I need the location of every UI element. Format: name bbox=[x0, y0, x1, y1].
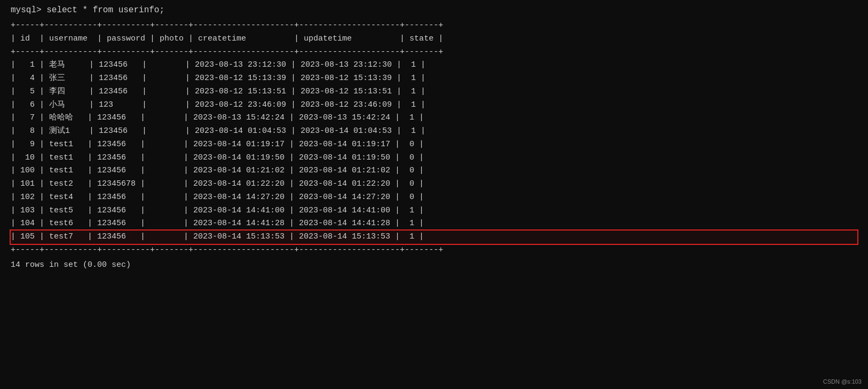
table-row: | 10 | test1 | 123456 | | 2023-08-14 01:… bbox=[11, 152, 857, 165]
sql-command: mysql> select * from userinfo; bbox=[11, 5, 857, 15]
table-row: | 8 | 测试1 | 123456 | | 2023-08-14 01:04:… bbox=[11, 125, 857, 138]
top-divider: +-----+-----------+----------+-------+--… bbox=[11, 19, 857, 33]
table-row: | 6 | 小马 | 123 | | 2023-08-12 23:46:09 |… bbox=[11, 99, 857, 112]
mid-divider: +-----+-----------+----------+-------+--… bbox=[11, 46, 857, 59]
query-result-table: +-----+-----------+----------+-------+--… bbox=[11, 19, 857, 257]
table-row: | 104 | test6 | 123456 | | 2023-08-14 14… bbox=[11, 217, 857, 231]
table-body: | 1 | 老马 | 123456 | | 2023-08-13 23:12:3… bbox=[11, 59, 857, 244]
table-row: | 9 | test1 | 123456 | | 2023-08-14 01:1… bbox=[11, 138, 857, 152]
table-row: | 7 | 哈哈哈 | 123456 | | 2023-08-13 15:42:… bbox=[11, 112, 857, 125]
header-row: | id | username | password | photo | cre… bbox=[11, 33, 857, 46]
table-row: | 101 | test2 | 12345678 | | 2023-08-14 … bbox=[11, 178, 857, 191]
watermark: CSDN @s:103 bbox=[823, 378, 862, 385]
result-footer: 14 rows in set (0.00 sec) bbox=[11, 260, 857, 269]
table-row: | 102 | test4 | 123456 | | 2023-08-14 14… bbox=[11, 191, 857, 204]
table-row: | 105 | test7 | 123456 | | 2023-08-14 15… bbox=[11, 231, 857, 244]
table-row: | 4 | 张三 | 123456 | | 2023-08-12 15:13:3… bbox=[11, 72, 857, 85]
bottom-divider: +-----+-----------+----------+-------+--… bbox=[11, 244, 857, 257]
table-row: | 5 | 李四 | 123456 | | 2023-08-12 15:13:5… bbox=[11, 85, 857, 99]
table-row: | 100 | test1 | 123456 | | 2023-08-14 01… bbox=[11, 164, 857, 178]
table-row: | 1 | 老马 | 123456 | | 2023-08-13 23:12:3… bbox=[11, 59, 857, 72]
terminal-window: mysql> select * from userinfo; +-----+--… bbox=[11, 5, 857, 269]
table-row: | 103 | test5 | 123456 | | 2023-08-14 14… bbox=[11, 204, 857, 218]
